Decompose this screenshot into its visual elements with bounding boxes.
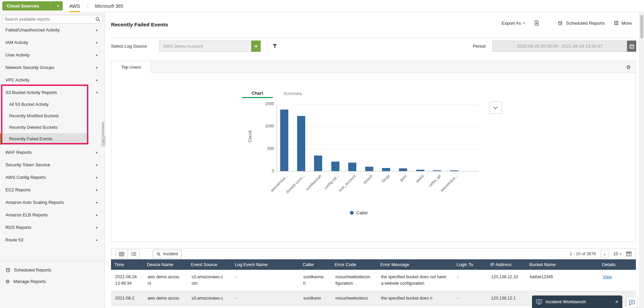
cell-time: 2021-08-24 13:49:34 xyxy=(111,270,143,291)
next-page-button[interactable]: › xyxy=(601,250,609,258)
cloud-sources-dropdown[interactable]: Cloud Sources ▾ xyxy=(2,1,63,10)
cell-caller: sunilkann xyxy=(299,291,331,306)
export-as-dropdown[interactable]: Export As ▾ xyxy=(502,21,525,26)
bar-awsservice-10[interactable] xyxy=(450,170,458,171)
filter-icon[interactable] xyxy=(272,44,277,49)
sidebar-subitem-recently-failed-events[interactable]: Recently Failed Events xyxy=(0,133,89,145)
search-icon[interactable] xyxy=(93,17,102,22)
vertical-scrollbar-thumb[interactable] xyxy=(640,15,643,39)
more-button[interactable]: More xyxy=(614,21,632,26)
pagination-range: 1 - 10 of 3678 xyxy=(570,252,596,256)
column-header-time[interactable]: Time xyxy=(111,259,143,270)
sidebar-item-route-53[interactable]: Route 53▸ xyxy=(0,234,105,246)
column-header-device-name[interactable]: Device Name xyxy=(143,259,187,270)
column-header-login-to[interactable]: Login To xyxy=(453,259,487,270)
bar-sunilkannah-2[interactable] xyxy=(314,156,322,171)
sidebar-item-amazon-elb-reports[interactable]: Amazon ELB Reports▸ xyxy=(0,209,105,221)
alarm-clock-icon xyxy=(558,21,563,26)
tab-microsoft-365[interactable]: Microsoft 365 xyxy=(95,0,123,12)
gridline xyxy=(277,104,479,104)
panel-settings-gear-icon[interactable]: ⚙ xyxy=(626,65,631,70)
sidebar-item-security-token-service[interactable]: Security Token Service▸ xyxy=(0,159,105,171)
sidebar-item-s3-bucket-activity-reports[interactable]: S3 Bucket Activity Reports▾ xyxy=(0,86,105,99)
bar-root-account-4[interactable] xyxy=(348,163,356,171)
sidebar-collapse-handle[interactable]: ‹ xyxy=(102,135,106,146)
chevron-right-icon: ▸ xyxy=(96,188,98,192)
tab-microsoft-365-label: Microsoft 365 xyxy=(95,3,123,9)
bar-config-rol-3[interactable] xyxy=(331,162,339,171)
grid-view-button[interactable] xyxy=(116,250,128,258)
column-header-error-message[interactable]: Error Message xyxy=(377,259,453,270)
column-header-caller[interactable]: Caller xyxy=(299,259,331,270)
sidebar-subitem-recently-deleted-buckets[interactable]: Recently Deleted Buckets xyxy=(0,122,89,133)
sidebar-item-amazon-auto-scaling-reports[interactable]: Amazon Auto Scaling Reports▸ xyxy=(0,196,105,209)
close-icon[interactable]: × xyxy=(615,299,618,305)
sidebar-item-ec2-reports[interactable]: EC2 Reports▸ xyxy=(0,184,105,196)
chevron-right-icon: ▸ xyxy=(96,200,98,204)
sidebar-scheduled-reports[interactable]: Scheduled Reports xyxy=(0,264,105,276)
export-icon[interactable] xyxy=(534,20,539,26)
column-chooser-icon[interactable] xyxy=(626,252,631,256)
sidebar-item-aws-config-reports[interactable]: AWS Config Reports▸ xyxy=(0,171,105,184)
sidebar-item-vpc-activity[interactable]: VPC Activity▸ xyxy=(0,74,105,86)
vertical-scrollbar-track[interactable] xyxy=(639,12,644,308)
bar-abdul-8[interactable] xyxy=(416,170,424,171)
column-header-ip-address[interactable]: IP Address xyxy=(487,259,526,270)
column-header-details[interactable]: Details xyxy=(599,259,636,270)
page-size-dropdown[interactable]: 10 ▾ xyxy=(614,252,621,256)
tab-summary[interactable]: Summary xyxy=(277,89,308,98)
x-tick-label: abdul xyxy=(393,174,424,205)
bar-l3cqa-6[interactable] xyxy=(382,168,390,171)
chevron-right-icon: ▸ xyxy=(96,163,98,167)
column-header-bucket-name[interactable]: Bucket Name xyxy=(526,259,599,270)
x-tick-label: root_account xyxy=(325,174,356,205)
view-details-link[interactable]: View xyxy=(603,275,612,279)
more-grid-icon xyxy=(614,21,618,25)
sidebar-item-network-security-groups[interactable]: Network Security Groups▸ xyxy=(0,61,105,74)
chart-options-dropdown[interactable] xyxy=(489,101,502,114)
bar-awsservice-0[interactable] xyxy=(280,110,288,171)
tab-aws[interactable]: AWS xyxy=(69,0,80,12)
tab-chart[interactable]: Chart xyxy=(242,89,273,98)
table-toolbar: Incident 1 - 10 of 3678 › 10 ▾ xyxy=(111,248,636,259)
x-tick-label: dome9-conn... xyxy=(274,174,305,205)
sidebar: Failed/Unauthorized Activity▸IAM Activit… xyxy=(0,12,105,308)
app-root: Cloud Sources ▾ AWS Microsoft 365 Failed… xyxy=(0,0,644,308)
sidebar-item-iam-activity[interactable]: IAM Activity▸ xyxy=(0,36,105,49)
incident-button[interactable]: Incident xyxy=(153,250,182,258)
bar-dinesh-5[interactable] xyxy=(365,167,373,171)
list-view-button[interactable] xyxy=(128,250,139,258)
sidebar-item-waf-reports[interactable]: WAF Reports▸ xyxy=(0,146,105,159)
table-row[interactable]: 2021-08-24 13:49:34aws demo accounts3.am… xyxy=(111,270,636,291)
sidebar-item-rds-reports[interactable]: RDS Reports▸ xyxy=(0,221,105,234)
sidebar-item-failed-unauthorized-activity[interactable]: Failed/Unauthorized Activity▸ xyxy=(0,24,105,36)
sidebar-item-label: Security Token Service xyxy=(5,162,50,167)
log-source-input[interactable] xyxy=(159,41,251,52)
incident-workbench-bar[interactable]: Incident Workbench × xyxy=(532,295,622,308)
bar-guru-7[interactable] xyxy=(399,168,407,171)
sidebar-subitem-all-s3-bucket-activity[interactable]: All S3 Bucket Activity xyxy=(0,99,89,110)
sidebar-item-label: User Activity xyxy=(5,52,30,57)
column-header-event-source[interactable]: Event Source xyxy=(187,259,231,270)
chart-legend[interactable]: Caller xyxy=(350,210,368,215)
period-input[interactable] xyxy=(492,41,627,52)
sidebar-item-user-activity[interactable]: User Activity▸ xyxy=(0,49,105,61)
sidebar-manage-reports[interactable]: ⚙ Manage Reports xyxy=(0,276,105,287)
sidebar-item-label: AWS Config Reports xyxy=(5,175,46,180)
scheduled-reports-button[interactable]: Scheduled Reports xyxy=(558,21,605,26)
x-tick-label: dinesh xyxy=(342,174,373,205)
column-header-log-event-name[interactable]: Log Event Name xyxy=(231,259,299,270)
sidebar-subitem-recently-modified-buckets[interactable]: Recently Modified Buckets xyxy=(0,110,89,122)
calendar-button[interactable] xyxy=(627,41,636,52)
bar-dome9-conn-1[interactable] xyxy=(297,116,305,171)
chat-button[interactable] xyxy=(626,297,638,308)
search-input[interactable] xyxy=(2,17,93,22)
tab-top-users[interactable]: Top Users xyxy=(111,61,151,73)
column-header-error-code[interactable]: Error Code xyxy=(331,259,377,270)
gear-icon: ⚙ xyxy=(5,279,10,284)
period-label: Period xyxy=(473,44,486,49)
cell-details: View xyxy=(599,270,636,291)
bar-ueba-qa-9[interactable] xyxy=(433,170,441,171)
gridline xyxy=(277,149,479,149)
add-log-source-button[interactable]: + xyxy=(251,41,261,52)
